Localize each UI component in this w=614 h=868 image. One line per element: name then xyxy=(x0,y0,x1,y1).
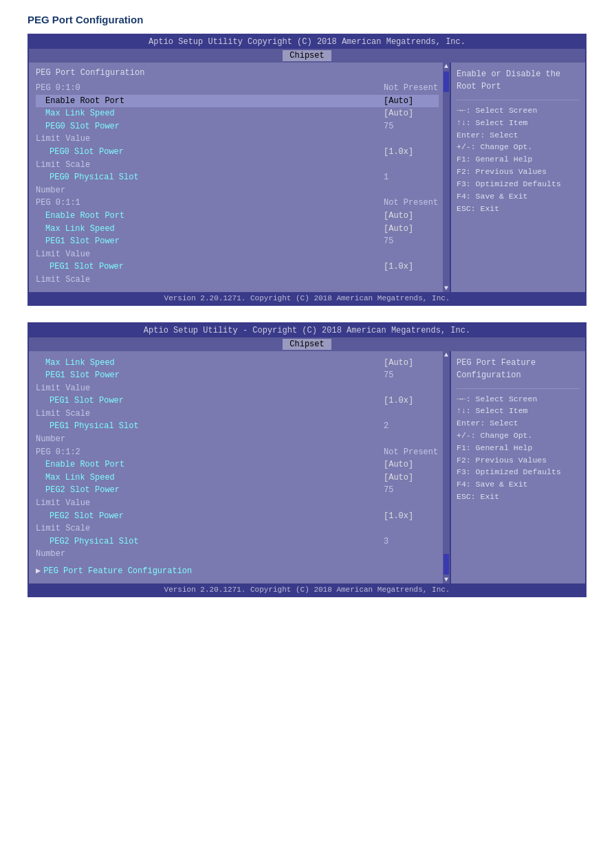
sidebar-key-f3-1: F3: Optimized Defaults xyxy=(457,178,580,190)
sidebar-key-esc-1: ESC: Exit xyxy=(457,203,580,215)
bios-footer-2: Version 2.20.1271. Copyright (C) 2018 Am… xyxy=(29,583,585,596)
bios-body-2: Max Link Speed [Auto] PEG1 Slot Power 75… xyxy=(29,351,585,583)
bios-item-max-link-0[interactable]: Max Link Speed [Auto] xyxy=(36,107,439,120)
sidebar-divider-2 xyxy=(457,388,580,389)
bios-sidebar-2: PEG Port Feature Configuration →←: Selec… xyxy=(451,351,585,583)
scrollbar-1: ▲ ▼ xyxy=(443,63,450,292)
bios2-item-max-link-1[interactable]: Max Link Speed [Auto] xyxy=(36,357,439,370)
scrollbar-2: ▲ ▼ xyxy=(443,351,450,583)
bios-item-enable-root-1[interactable]: Enable Root Port [Auto] xyxy=(36,210,439,223)
bios2-item-number-2: Number xyxy=(36,548,439,561)
bios2-item-peg1-phys-slot[interactable]: PEG1 Physical Slot 2 xyxy=(36,420,439,433)
bios2-item-number-1: Number xyxy=(36,433,439,446)
sidebar-key-f4-1: F4: Save & Exit xyxy=(457,190,580,203)
sidebar-key-screen-1: →←: Select Screen xyxy=(457,104,580,117)
bios-item-max-link-1[interactable]: Max Link Speed [Auto] xyxy=(36,223,439,236)
sidebar-key-f4-2: F4: Save & Exit xyxy=(457,478,580,491)
bios-item-limit-scale-1: Limit Scale xyxy=(36,274,439,287)
bios-item-peg0-slot-power-scale[interactable]: PEG0 Slot Power [1.0x] xyxy=(36,146,439,159)
sidebar-key-item-1: ↑↓: Select Item xyxy=(457,117,580,129)
bios-sidebar-1: Enable or Disable the Root Port →←: Sele… xyxy=(451,63,585,292)
bios-body-1: PEG Port Configuration PEG 0:1:0 Not Pre… xyxy=(29,63,585,292)
bios-section-title-1: PEG Port Configuration xyxy=(36,68,439,78)
sidebar-help-1: Enable or Disable the Root Port xyxy=(457,68,580,93)
bios-main-1: PEG Port Configuration PEG 0:1:0 Not Pre… xyxy=(29,63,451,292)
bios-item-enable-root-0[interactable]: Enable Root Port [Auto] xyxy=(36,95,439,108)
bios2-item-peg2-slot-power-scale[interactable]: PEG2 Slot Power [1.0x] xyxy=(36,510,439,523)
sidebar-key-f2-1: F2: Previous Values xyxy=(457,166,580,178)
sidebar-key-change-2: +/-: Change Opt. xyxy=(457,430,580,442)
bios-item-peg0-slot-power[interactable]: PEG0 Slot Power 75 xyxy=(36,120,439,133)
sidebar-divider-1 xyxy=(457,100,580,100)
bios-item-number-0: Number xyxy=(36,184,439,197)
sidebar-key-enter-2: Enter: Select xyxy=(457,417,580,430)
bios-item-limit-value-1: Limit Value xyxy=(36,248,439,261)
bios2-item-limit-value-1: Limit Value xyxy=(36,382,439,395)
bios-item-limit-scale-0: Limit Scale xyxy=(36,159,439,172)
bios-main-2: Max Link Speed [Auto] PEG1 Slot Power 75… xyxy=(29,351,451,583)
bios2-item-limit-value-2: Limit Value xyxy=(36,497,439,510)
bios2-item-max-link-2[interactable]: Max Link Speed [Auto] xyxy=(36,471,439,485)
bios-panel-2: Aptio Setup Utility - Copyright (C) 2018… xyxy=(28,322,586,597)
bios-item-peg1-slot-power-75[interactable]: PEG1 Slot Power 75 xyxy=(36,235,439,248)
sidebar-key-f1-1: F1: General Help xyxy=(457,153,580,166)
arrow-icon: ▶ xyxy=(36,565,41,578)
bios-tab-row-1: Chipset xyxy=(29,49,585,63)
bios-tab-chipset-2[interactable]: Chipset xyxy=(283,339,331,350)
bios2-item-peg1-slot-power-scale[interactable]: PEG1 Slot Power [1.0x] xyxy=(36,394,439,408)
sidebar-key-enter-1: Enter: Select xyxy=(457,129,580,142)
sidebar-key-f2-2: F2: Previous Values xyxy=(457,454,580,467)
bios-item-peg011: PEG 0:1:1 Not Present xyxy=(36,197,439,210)
sidebar-key-item-2: ↑↓: Select Item xyxy=(457,405,580,417)
bios-item-limit-value-0: Limit Value xyxy=(36,133,439,146)
sidebar-key-change-1: +/-: Change Opt. xyxy=(457,141,580,153)
bios2-item-enable-root-2[interactable]: Enable Root Port [Auto] xyxy=(36,458,439,471)
bios-item-peg010: PEG 0:1:0 Not Present xyxy=(36,82,439,95)
bios2-item-peg1-slot-power[interactable]: PEG1 Slot Power 75 xyxy=(36,369,439,382)
bios2-item-peg012: PEG 0:1:2 Not Present xyxy=(36,446,439,459)
sidebar-help-2: PEG Port Feature Configuration xyxy=(457,357,580,381)
sidebar-key-f1-2: F1: General Help xyxy=(457,442,580,454)
bios2-item-peg2-phys-slot[interactable]: PEG2 Physical Slot 3 xyxy=(36,535,439,548)
bios-header-2: Aptio Setup Utility - Copyright (C) 2018… xyxy=(29,324,585,337)
bios-item-peg1-slot-power-scale[interactable]: PEG1 Slot Power [1.0x] xyxy=(36,260,439,274)
bios2-item-limit-scale-1: Limit Scale xyxy=(36,408,439,421)
bios2-item-peg2-slot-power[interactable]: PEG2 Slot Power 75 xyxy=(36,484,439,497)
page-title: PEG Port Configuration xyxy=(28,14,586,25)
sidebar-key-screen-2: →←: Select Screen xyxy=(457,393,580,405)
bios-item-peg0-phys-slot[interactable]: PEG0 Physical Slot 1 xyxy=(36,171,439,184)
bios2-item-peg-feature-config[interactable]: ▶ PEG Port Feature Configuration xyxy=(36,565,439,578)
bios-panel-1: Aptio Setup Utility Copyright (C) 2018 A… xyxy=(28,34,586,306)
bios-footer-1: Version 2.20.1271. Copyright (C) 2018 Am… xyxy=(29,292,585,304)
bios-header-1: Aptio Setup Utility Copyright (C) 2018 A… xyxy=(29,35,585,49)
bios2-item-limit-scale-2: Limit Scale xyxy=(36,522,439,535)
bios-tab-chipset-1[interactable]: Chipset xyxy=(283,50,331,61)
sidebar-key-esc-2: ESC: Exit xyxy=(457,491,580,503)
bios-tab-row-2: Chipset xyxy=(29,337,585,351)
sidebar-key-f3-2: F3: Optimized Defaults xyxy=(457,466,580,478)
